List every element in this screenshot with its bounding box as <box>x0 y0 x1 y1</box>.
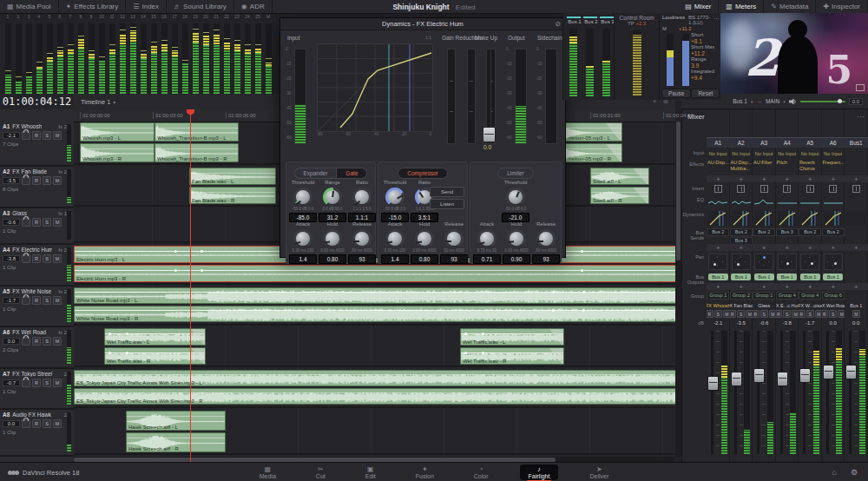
add-output-button[interactable]: + <box>730 283 753 290</box>
chevron-down-icon[interactable]: ▾ <box>783 99 786 104</box>
page-cut[interactable]: ✂Cut <box>307 465 334 480</box>
channel-bus-sends[interactable] <box>845 228 868 243</box>
channel-solo-button[interactable]: S <box>806 310 814 318</box>
toolbar-button-index[interactable]: ☰Index <box>126 0 167 13</box>
channel-solo-button[interactable]: S <box>829 310 837 318</box>
audio-clip[interactable]: Electric Hum.mp3 - R <box>74 265 675 282</box>
channel-dynamics[interactable] <box>845 210 868 227</box>
channel-eq[interactable] <box>707 195 730 208</box>
channel-insert[interactable] <box>730 184 753 194</box>
channel-arm-button[interactable]: R <box>776 310 783 318</box>
automation-point[interactable] <box>174 269 177 272</box>
gate-tab[interactable]: Gate <box>336 168 367 179</box>
knob-threshold[interactable]: Threshold-50.0 dB 0.0-85.0 <box>288 180 318 222</box>
automation-point[interactable] <box>126 333 128 335</box>
knob-attack[interactable]: Attack0.70 ms 300.71 <box>472 221 502 264</box>
channel-header[interactable]: Bus1 <box>845 137 868 148</box>
toolbar-button-mixer[interactable]: ▤Mixer <box>678 0 719 13</box>
channel-dynamics[interactable] <box>753 210 776 227</box>
add-effect-button[interactable]: + <box>707 175 730 182</box>
knob-hold[interactable]: Hold0.00 ms 40000.80 <box>318 221 347 264</box>
channel-pan[interactable] <box>799 253 822 271</box>
knob-attack[interactable]: Attack0.30 ms 1501.4 <box>380 221 410 264</box>
makeup-handle[interactable] <box>483 127 496 142</box>
channel-bus-sends[interactable]: Bus 2 <box>822 228 845 243</box>
channel-input-slot[interactable]: No Input <box>776 148 799 158</box>
lock-icon[interactable] <box>22 218 30 227</box>
audio-clip[interactable]: ...nsition-05.mp3 - R <box>562 143 622 162</box>
toolbar-button-metadata[interactable]: ✎Metadata <box>764 0 816 13</box>
track-arm-button[interactable]: R <box>32 131 41 140</box>
track-mute-button[interactable]: M <box>53 176 62 185</box>
track-arm-button[interactable]: R <box>32 254 41 263</box>
knob-release[interactable]: Release50 ms 400093 <box>439 221 469 264</box>
audio-clip[interactable]: Hawk Screech.aiff - R <box>126 432 226 452</box>
channel-effects[interactable]: AU:Disp... <box>707 160 730 175</box>
fader-handle[interactable] <box>845 365 857 379</box>
speaker-icon[interactable] <box>789 98 797 105</box>
knob-hold[interactable]: Hold0.00 ms 40000.90 <box>502 221 531 264</box>
track-header-a8[interactable]: A8Audio FX Hawk Sc...2.00.0RSM1 Clip <box>0 410 74 457</box>
knob-hold[interactable]: Hold0.00 ms 40000.80 <box>410 221 439 264</box>
track-header-a7[interactable]: A7FX Tokyo Street2.0-0.7RSM1 Clip <box>0 369 74 410</box>
toolbar-button-inspector[interactable]: ✚Inspector <box>816 0 868 13</box>
channel-pan[interactable] <box>707 253 730 271</box>
channel-eq[interactable] <box>776 195 799 208</box>
send-button[interactable]: Send <box>430 187 464 197</box>
audio-clip[interactable]: Fan Blade.wav - L <box>189 168 276 185</box>
track-mute-button[interactable]: M <box>53 337 62 346</box>
chevron-down-icon[interactable]: ▾ <box>751 99 753 104</box>
toolbar-button-sound-library[interactable]: ♬Sound Library <box>167 0 234 13</box>
track-mute-button[interactable]: M <box>53 131 62 140</box>
channel-mute-button[interactable]: M <box>746 310 753 318</box>
channel-eq[interactable] <box>753 195 776 208</box>
channel-solo-button[interactable]: S <box>783 310 791 318</box>
channel-solo-button[interactable]: S <box>760 310 768 318</box>
track-header-a1[interactable]: A1FX Whooshfx 2.0-2.1RSM7 Clips <box>0 122 74 167</box>
track-solo-button[interactable]: S <box>43 337 51 346</box>
channel-effects[interactable]: ReverbChorus <box>799 160 822 175</box>
track-row-a7[interactable]: ES_Tokyo Japan City Traffic Atmos With S… <box>74 369 675 408</box>
automation-point[interactable] <box>482 333 484 335</box>
page-edit[interactable]: ▣Edit <box>357 465 385 480</box>
track-header-a4[interactable]: A4FX Electric Humfx 2.0-3.8RSM1 Clip <box>0 245 74 287</box>
loudness-button-reset[interactable]: Reset <box>691 89 720 98</box>
channel-group[interactable]: Group 6 <box>822 292 845 300</box>
channel-bus-sends[interactable]: Bus 2Bus 3 <box>730 228 753 243</box>
lock-icon[interactable] <box>22 337 30 346</box>
channel-pan[interactable] <box>822 253 845 271</box>
audio-clip[interactable]: Hawk Screech.aiff - L <box>126 411 226 431</box>
page-deliver[interactable]: ➤Deliver <box>581 465 617 480</box>
toolbar-button-media-pool[interactable]: ▦Media Pool <box>0 0 59 13</box>
track-row-a5[interactable]: White Noise Road.mp3 - LWhite Noise Road… <box>74 287 675 326</box>
track-header-a2[interactable]: A2FX Fan Bladefx 2.0-3.5RSM8 Clips <box>0 167 74 208</box>
channel-dynamics[interactable] <box>776 210 799 227</box>
add-send-button[interactable]: + <box>753 244 776 251</box>
audio-clip[interactable]: Whoosh.mp3 - R <box>80 143 155 162</box>
channel-group[interactable]: Group 4 <box>776 292 799 300</box>
track-header-a3[interactable]: A3Glassfx 1.0-0.6RSM1 Clip <box>0 208 74 245</box>
channel-dynamics[interactable] <box>799 210 822 227</box>
automation-point[interactable] <box>126 352 128 354</box>
channel-bus-output[interactable] <box>845 273 868 281</box>
channel-insert[interactable] <box>845 184 868 194</box>
vertical-scrollbar[interactable] <box>675 122 681 457</box>
fader-handle[interactable] <box>753 368 765 383</box>
bypass-icon[interactable]: ⊘ <box>555 20 561 28</box>
channel-dynamics[interactable] <box>730 210 753 227</box>
track-arm-button[interactable]: R <box>32 218 41 227</box>
audio-clip[interactable]: Wet Traffic.wav - R <box>460 347 564 365</box>
add-send-button[interactable]: + <box>707 244 730 251</box>
channel-effects[interactable] <box>845 160 868 175</box>
track-solo-button[interactable]: S <box>43 419 51 428</box>
channel-eq[interactable] <box>822 195 845 208</box>
channel-mute-button[interactable]: M <box>723 310 730 318</box>
track-mute-button[interactable]: M <box>53 379 62 387</box>
channel-arm-button[interactable]: R <box>730 310 737 318</box>
channel-dynamics[interactable] <box>822 210 845 227</box>
track-row-a8[interactable]: Hawk Screech.aiff - LHawk Screech.aiff -… <box>74 410 675 455</box>
channel-input-slot[interactable]: No Input <box>753 148 776 158</box>
channel-mute-button[interactable]: M <box>838 310 845 318</box>
fader-track[interactable] <box>826 331 829 454</box>
lock-icon[interactable] <box>22 419 30 428</box>
